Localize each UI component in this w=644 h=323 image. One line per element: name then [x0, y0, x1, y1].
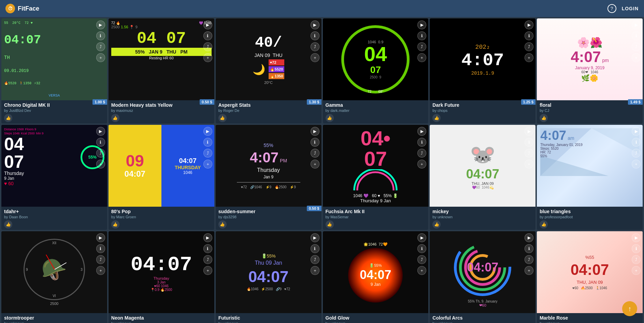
add-button[interactable]: ＋ [311, 266, 319, 275]
play-button[interactable]: ▶ [96, 20, 105, 29]
like-button[interactable]: 👍 [540, 114, 548, 122]
card-mickey[interactable]: 🐭 04:07 THU, JAN 09 💜60 1046💫 ▶ ℹ ⤴ ＋ mi… [430, 125, 535, 230]
like-button[interactable]: 👍 [432, 114, 441, 122]
info-button[interactable]: ℹ [632, 138, 641, 147]
login-button[interactable]: LOGIN [622, 6, 639, 11]
like-button[interactable]: 👍 [218, 114, 227, 122]
card-gold-glow[interactable]: 🌟1046 72🧡 🔋55% 04:07 9 Jan ▶ ℹ ⤴ ＋ Gold … [323, 231, 429, 323]
info-button[interactable]: ℹ [311, 138, 319, 147]
play-button[interactable]: ▶ [311, 127, 319, 136]
info-button[interactable]: ℹ [96, 31, 105, 40]
share-button[interactable]: ⤴ [96, 42, 105, 51]
card-aspergit[interactable]: 40/ JAN 09 THU 🌙 ♥72 🔥5520 🔥1350 20°C ▶ … [216, 18, 321, 123]
share-button[interactable]: ⤴ [632, 149, 641, 158]
like-button[interactable]: 👍 [326, 114, 334, 122]
card-colorful-arcs[interactable]: 04:07 55% Th, 9. January ❤60 ▶ ℹ ⤴ ＋ Col… [430, 231, 535, 323]
play-button[interactable]: ▶ [417, 233, 426, 242]
info-button[interactable]: ℹ [203, 138, 212, 147]
share-button[interactable]: ⤴ [525, 255, 533, 264]
like-button[interactable]: 👍 [4, 220, 12, 229]
add-button[interactable]: ＋ [525, 53, 533, 62]
play-button[interactable]: ▶ [632, 20, 641, 29]
add-button[interactable]: ＋ [311, 160, 319, 168]
share-button[interactable]: ⤴ [632, 42, 641, 51]
play-button[interactable]: ▶ [632, 127, 641, 136]
play-button[interactable]: ▶ [525, 20, 533, 29]
like-button[interactable]: 👍 [4, 114, 12, 122]
share-button[interactable]: ⤴ [311, 42, 319, 51]
add-button[interactable]: ＋ [417, 266, 426, 275]
info-button[interactable]: ℹ [525, 31, 533, 40]
share-button[interactable]: ⤴ [417, 42, 426, 51]
like-button[interactable]: 👍 [432, 220, 441, 229]
play-button[interactable]: ▶ [203, 20, 212, 29]
card-80s-pop[interactable]: 09 04:07 04:07 THURSDAY 1046 ▶ ℹ ⤴ ＋ 80'… [109, 125, 214, 230]
info-button[interactable]: ℹ [417, 31, 426, 40]
info-button[interactable]: ℹ [203, 31, 212, 40]
play-button[interactable]: ▶ [417, 127, 426, 136]
like-button[interactable]: 👍 [111, 114, 119, 122]
card-neon-magenta[interactable]: 04:07 Thursday 3 Jan ♥60 1046 📍0.9 🔥2500… [109, 231, 214, 323]
share-button[interactable]: ⤴ [96, 255, 105, 264]
share-button[interactable]: ⤴ [525, 149, 533, 158]
share-button[interactable]: ⤴ [96, 149, 105, 158]
info-button[interactable]: ℹ [525, 244, 533, 253]
add-button[interactable]: ＋ [632, 160, 641, 168]
info-button[interactable]: ℹ [311, 31, 319, 40]
info-button[interactable]: ℹ [96, 244, 105, 253]
like-button[interactable]: 👍 [326, 220, 334, 229]
card-tdahr[interactable]: Distance 1568 Floors 9 Steps 1046 Kcal 2… [1, 125, 107, 230]
add-button[interactable]: ＋ [203, 160, 212, 168]
info-button[interactable]: ℹ [417, 138, 426, 147]
play-button[interactable]: ▶ [525, 233, 533, 242]
play-button[interactable]: ▶ [203, 127, 212, 136]
play-button[interactable]: ▶ [203, 233, 212, 242]
scroll-up-button[interactable]: ↑ [622, 301, 637, 316]
add-button[interactable]: ＋ [203, 266, 212, 275]
share-button[interactable]: ⤴ [525, 42, 533, 51]
card-floral[interactable]: 🌸🌺 4:07 pm January 9, 2019 60❤1046 🌿🌼 ▶ … [537, 18, 643, 123]
card-stormtrooper[interactable]: 🪖 XII 3 VI 9 2500 ▶ ℹ ⤴ ＋ stormtrooper b… [1, 231, 107, 323]
add-button[interactable]: ＋ [96, 53, 105, 62]
card-gamma[interactable]: 1046 0.9 04 07 2500 9 7268° ▶ ℹ ⤴ ＋ Gamm… [323, 18, 429, 123]
like-button[interactable]: 👍 [540, 220, 548, 229]
card-fuchsia-arc[interactable]: 04• 07 1046 💜60 ♥55% 🔋 Thursday 9 Jan ▶ … [323, 125, 429, 230]
card-sudden-summer[interactable]: 55% 4:07 PM Thursday Jan 9 ♥72🔗1046⚡9🔥25… [216, 125, 321, 230]
play-button[interactable]: ▶ [311, 20, 319, 29]
add-button[interactable]: ＋ [525, 160, 533, 168]
share-button[interactable]: ⤴ [311, 255, 319, 264]
info-button[interactable]: ℹ [96, 138, 105, 147]
info-button[interactable]: ℹ [632, 31, 641, 40]
card-modern-heavy[interactable]: 72 🔥💜 1046 2500 1.56 📍 9 04 07 55%JAN 9T… [109, 18, 214, 123]
add-button[interactable]: ＋ [96, 266, 105, 275]
add-button[interactable]: ＋ [525, 266, 533, 275]
play-button[interactable]: ▶ [417, 20, 426, 29]
card-futuristic[interactable]: 🔋55% Thu 09 Jan 04:07 🔥1046⚡2500🔗9♥72 ▶ … [216, 231, 321, 323]
share-button[interactable]: ⤴ [417, 149, 426, 158]
share-button[interactable]: ⤴ [203, 255, 212, 264]
share-button[interactable]: ⤴ [311, 149, 319, 158]
card-blue-triangles[interactable]: 4:07 am Thursday, January 01, 2019 Steps… [537, 125, 643, 230]
info-button[interactable]: ℹ [203, 244, 212, 253]
add-button[interactable]: ＋ [417, 53, 426, 62]
like-button[interactable]: 👍 [218, 220, 227, 229]
play-button[interactable]: ▶ [311, 233, 319, 242]
add-button[interactable]: ＋ [632, 53, 641, 62]
share-button[interactable]: ⤴ [417, 255, 426, 264]
play-button[interactable]: ▶ [96, 127, 105, 136]
share-button[interactable]: ⤴ [203, 149, 212, 158]
play-button[interactable]: ▶ [96, 233, 105, 242]
add-button[interactable]: ＋ [417, 160, 426, 168]
info-button[interactable]: ℹ [525, 138, 533, 147]
info-button[interactable]: ℹ [417, 244, 426, 253]
info-button[interactable]: ℹ [311, 244, 319, 253]
add-button[interactable]: ＋ [203, 53, 212, 62]
like-button[interactable]: 👍 [111, 220, 119, 229]
card-dark-future[interactable]: 202₂ 4:07 2019.1.9 ▶ ℹ ⤴ ＋ 1.25 $ Dark F… [430, 18, 535, 123]
add-button[interactable]: ＋ [311, 53, 319, 62]
share-button[interactable]: ⤴ [203, 42, 212, 51]
play-button[interactable]: ▶ [525, 127, 533, 136]
help-button[interactable]: ? [607, 4, 616, 13]
card-chrono-digital[interactable]: 55 20°C 72 ♥ 04:07 TH 09.01.2019 🔥5520🚶1… [1, 18, 107, 123]
add-button[interactable]: ＋ [96, 160, 105, 168]
